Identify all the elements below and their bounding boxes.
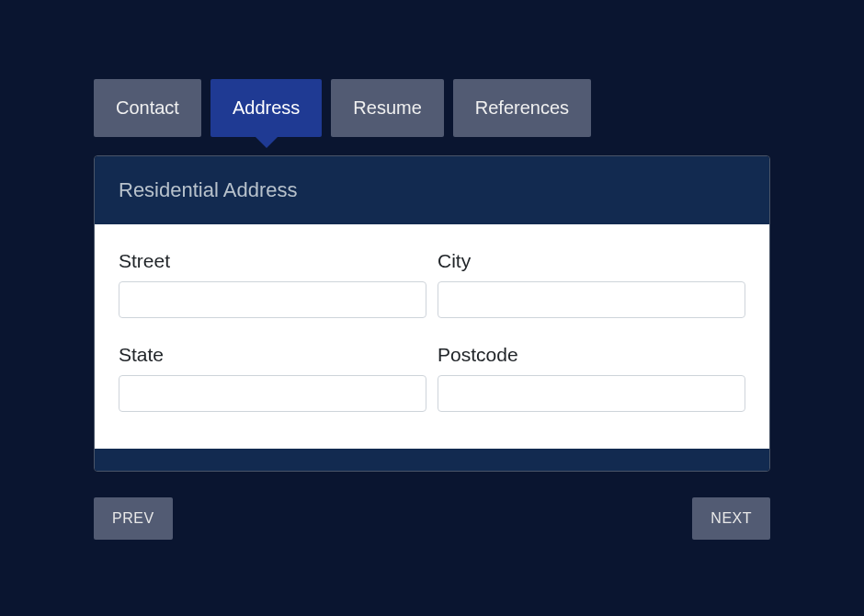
tab-address[interactable]: Address bbox=[210, 79, 322, 137]
postcode-input[interactable] bbox=[438, 375, 745, 412]
tab-contact[interactable]: Contact bbox=[94, 79, 201, 137]
tab-resume[interactable]: Resume bbox=[331, 79, 443, 137]
street-input[interactable] bbox=[119, 281, 426, 318]
city-input[interactable] bbox=[438, 281, 745, 318]
wizard-nav-buttons: PREV NEXT bbox=[94, 497, 770, 540]
form-group-street: Street bbox=[119, 250, 426, 318]
wizard-tabs: Contact Address Resume References bbox=[94, 79, 770, 137]
next-button[interactable]: NEXT bbox=[692, 497, 770, 540]
tab-references[interactable]: References bbox=[453, 79, 591, 137]
city-label: City bbox=[438, 250, 745, 272]
address-panel: Residential Address Street City State Po… bbox=[94, 155, 770, 472]
state-label: State bbox=[119, 344, 426, 366]
street-label: Street bbox=[119, 250, 426, 272]
form-group-postcode: Postcode bbox=[438, 344, 745, 412]
panel-body: Street City State Postcode bbox=[95, 224, 769, 449]
form-group-city: City bbox=[438, 250, 745, 318]
panel-title: Residential Address bbox=[95, 156, 769, 224]
panel-footer bbox=[95, 449, 769, 471]
state-input[interactable] bbox=[119, 375, 426, 412]
postcode-label: Postcode bbox=[438, 344, 745, 366]
form-group-state: State bbox=[119, 344, 426, 412]
prev-button[interactable]: PREV bbox=[94, 497, 173, 540]
